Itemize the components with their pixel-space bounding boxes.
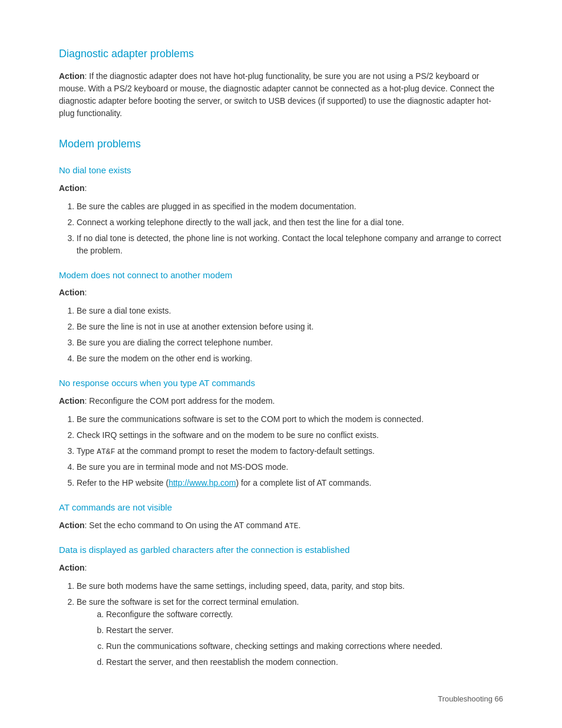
- modem-connect-title: Modem does not connect to another modem: [59, 269, 503, 282]
- list-item: Check IRQ settings in the software and o…: [77, 429, 503, 442]
- page: Diagnostic adapter problems Action: If t…: [0, 0, 562, 728]
- list-item: Be sure the communications software is s…: [77, 413, 503, 426]
- list-item: Restart the server.: [106, 624, 503, 637]
- list-item: Be sure the cables are plugged in as spe…: [77, 200, 503, 213]
- list-item: Be sure the line is not in use at anothe…: [77, 321, 503, 333]
- modem-connect-action: Action:: [59, 286, 503, 299]
- garbled-sub-list: Reconfigure the software correctly. Rest…: [106, 608, 503, 668]
- list-item: Reconfigure the software correctly.: [106, 608, 503, 621]
- modem-connect-action-label: Action: [59, 288, 85, 297]
- page-footer: Troubleshooting 66: [438, 693, 503, 705]
- no-dial-tone-colon: :: [85, 183, 87, 193]
- diagnostic-action-body: : If the diagnostic adapter does not hav…: [59, 71, 494, 118]
- list-item: Be sure you are dialing the correct tele…: [77, 337, 503, 349]
- no-response-title: No response occurs when you type AT comm…: [59, 377, 503, 390]
- hp-link[interactable]: http://www.hp.com: [168, 478, 236, 487]
- at-commands-title: AT commands are not visible: [59, 501, 503, 515]
- no-response-action-text: : Reconfigure the COM port address for t…: [85, 396, 275, 406]
- no-dial-tone-list: Be sure the cables are plugged in as spe…: [77, 200, 503, 257]
- atf-code: AT&F: [97, 447, 115, 456]
- list-item: If no dial tone is detected, the phone l…: [77, 232, 503, 257]
- footer-text: Troubleshooting 66: [438, 694, 503, 703]
- at-commands-action: Action: Set the echo command to On using…: [59, 519, 503, 532]
- list-item: Type AT&F at the command prompt to reset…: [77, 445, 503, 458]
- list-item: Refer to the HP website (http://www.hp.c…: [77, 477, 503, 489]
- list-item: Be sure a dial tone exists.: [77, 305, 503, 317]
- modem-title: Modem problems: [59, 136, 503, 152]
- diagnostic-body: Action: If the diagnostic adapter does n…: [59, 70, 503, 120]
- list-item: Connect a working telephone directly to …: [77, 216, 503, 229]
- garbled-action: Action:: [59, 562, 503, 574]
- diagnostic-title: Diagnostic adapter problems: [59, 46, 503, 62]
- garbled-action-label: Action: [59, 563, 85, 572]
- garbled-list: Be sure both modems have the same settin…: [77, 580, 503, 668]
- no-dial-tone-action-label: Action: [59, 183, 85, 193]
- list-item: Restart the server, and then reestablish…: [106, 656, 503, 668]
- no-response-action: Action: Reconfigure the COM port address…: [59, 395, 503, 407]
- ate-code: ATE: [285, 522, 298, 531]
- no-dial-tone-title: No dial tone exists: [59, 164, 503, 177]
- list-item: Be sure both modems have the same settin…: [77, 580, 503, 592]
- no-response-action-label: Action: [59, 396, 85, 406]
- garbled-title: Data is displayed as garbled characters …: [59, 543, 503, 557]
- modem-connect-list: Be sure a dial tone exists. Be sure the …: [77, 305, 503, 365]
- list-item: Be sure the software is set for the corr…: [77, 596, 503, 668]
- no-dial-tone-action: Action:: [59, 182, 503, 195]
- at-commands-action-label: Action: [59, 521, 85, 530]
- no-response-list: Be sure the communications software is s…: [77, 413, 503, 490]
- modem-connect-colon: :: [85, 288, 87, 297]
- list-item: Be sure you are in terminal mode and not…: [77, 461, 503, 473]
- list-item: Be sure the modem on the other end is wo…: [77, 353, 503, 365]
- at-commands-action-text: : Set the echo command to On using the A…: [85, 521, 301, 530]
- diagnostic-action-label: Action: [59, 71, 85, 81]
- garbled-colon: :: [85, 563, 87, 572]
- list-item: Run the communications software, checkin…: [106, 640, 503, 653]
